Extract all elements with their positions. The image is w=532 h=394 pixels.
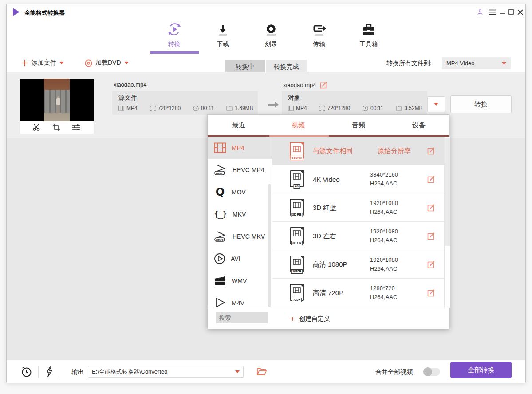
format-item-avi[interactable]: AVI <box>208 248 272 270</box>
preset-name: 高清 720P <box>313 279 343 307</box>
preset-list-scrollbar[interactable] <box>444 137 450 308</box>
format-item-wmv[interactable]: WMV <box>208 270 272 292</box>
source-box-title: 源文件 <box>118 94 258 102</box>
create-custom-button[interactable]: + 创建自定义 <box>290 308 330 329</box>
search-input[interactable] <box>216 312 268 323</box>
format-item-mp4[interactable]: MP4 <box>208 137 272 159</box>
output-path-dropdown[interactable]: E:\全能格式转换器\Converted <box>88 366 244 378</box>
preset-resolution: 1920*1080 <box>370 199 398 208</box>
close-button[interactable] <box>516 8 524 16</box>
format-list-scrollbar[interactable] <box>268 184 271 307</box>
hevc-play-icon: HEVC <box>214 164 227 176</box>
trim-scissors-icon[interactable] <box>33 123 41 131</box>
source-preset-icon: source <box>290 142 304 159</box>
minimize-button[interactable] <box>498 8 506 16</box>
merge-all-toggle[interactable] <box>423 368 440 376</box>
format-label: HEVC MP4 <box>233 166 264 173</box>
preset-list: source 与源文件相同 原始分辨率 4K 4K Video 3840*216… <box>272 137 450 308</box>
popup-tab-video[interactable]: 视频 <box>268 115 328 135</box>
edit-preset-icon[interactable] <box>427 204 435 212</box>
tab-converting[interactable]: 转换中 <box>225 60 265 73</box>
app-window: 全能格式转换器 转换 下载 刻录 <box>6 4 526 382</box>
preset-row-3d-lr[interactable]: 3D LR 3D 左右 1920*1080H264,AAC <box>272 222 444 250</box>
tab-transfer[interactable]: 传输 <box>295 21 343 52</box>
format-label: MOV <box>232 189 246 196</box>
open-folder-icon[interactable] <box>257 368 267 376</box>
tab-toolbox[interactable]: 工具箱 <box>344 21 393 52</box>
format-label: AVI <box>231 255 240 262</box>
preset-badge: source <box>291 156 303 160</box>
preset-badge: 720P <box>292 298 302 302</box>
edit-preset-icon[interactable] <box>427 289 435 297</box>
format-item-m4v[interactable]: M4V <box>208 292 272 308</box>
edit-preset-icon[interactable] <box>427 175 435 183</box>
edit-preset-icon[interactable] <box>427 232 435 240</box>
quicktime-icon: Q <box>214 186 226 198</box>
adjust-sliders-icon[interactable] <box>72 123 81 131</box>
format-label: HEVC MKV <box>233 233 265 240</box>
convert-all-button[interactable]: 全部转换 <box>450 362 512 378</box>
resolution-icon <box>150 106 156 111</box>
edit-preset-icon[interactable] <box>427 260 435 268</box>
add-files-button[interactable]: 添加文件 <box>21 54 64 72</box>
output-format-caret-icon <box>434 103 438 106</box>
crop-icon[interactable] <box>52 123 60 131</box>
format-item-hevc-mp4[interactable]: HEVC HEVC MP4 <box>208 159 272 181</box>
preset-row-source[interactable]: source 与源文件相同 原始分辨率 <box>272 137 444 165</box>
tab-download[interactable]: 下载 <box>198 21 247 52</box>
preset-badge: 4K <box>294 184 300 189</box>
tab-burn[interactable]: 刻录 <box>247 21 296 52</box>
menu-button[interactable] <box>489 8 497 16</box>
preset-resolution: 1280*720 <box>370 284 397 293</box>
preset-icon: 1080P <box>290 256 304 272</box>
popup-tab-audio[interactable]: 音频 <box>328 115 389 135</box>
svg-text:HEVC: HEVC <box>216 239 224 241</box>
svg-text:HEVC: HEVC <box>216 172 224 175</box>
download-icon <box>198 21 247 37</box>
divider <box>59 366 59 378</box>
output-format-dropdown-button[interactable] <box>427 96 445 112</box>
user-icon <box>477 8 484 16</box>
popup-active-tab-underline <box>269 135 329 137</box>
tab-burn-label: 刻录 <box>247 40 296 48</box>
target-size: 3.52MB <box>404 105 422 111</box>
format-item-hevc-mkv[interactable]: HEVC HEVC MKV <box>208 225 272 248</box>
format-item-mkv[interactable]: { } MKV <box>208 203 272 225</box>
edit-preset-icon[interactable] <box>427 147 435 155</box>
account-button[interactable] <box>476 8 484 16</box>
preset-resolution: 1920*1080 <box>370 256 398 264</box>
convert-single-button[interactable]: 转换 <box>450 95 512 113</box>
target-box-title: 对象 <box>288 94 427 102</box>
preset-icon: 3D LR <box>290 227 304 244</box>
video-thumbnail <box>20 79 94 134</box>
svg-text:{ }: { } <box>214 209 227 218</box>
maximize-button[interactable] <box>507 8 515 16</box>
popup-tab-device[interactable]: 设备 <box>389 115 449 135</box>
preset-row-1080p[interactable]: 1080P 高清 1080P 1920*1080H264,AAC <box>272 250 444 279</box>
popup-tab-recent[interactable]: 最近 <box>209 115 269 135</box>
convert-to-dropdown[interactable]: MP4 Video <box>442 57 511 69</box>
preset-row-720p[interactable]: 720P 高清 720P 1280*720H264,AAC <box>272 279 444 307</box>
load-dvd-label: 加载DVD <box>95 59 121 67</box>
format-icon <box>118 106 124 111</box>
schedule-clock-icon[interactable] <box>21 366 32 378</box>
preset-name: 与源文件相同 <box>313 137 353 165</box>
app-logo-icon <box>13 8 20 16</box>
tab-transfer-label: 传输 <box>295 40 343 48</box>
high-speed-icon[interactable] <box>46 366 53 377</box>
load-dvd-button[interactable]: 加载DVD <box>85 54 129 72</box>
preset-codec: H264,AAC <box>370 264 398 273</box>
preset-codec: H264,AAC <box>370 179 398 188</box>
preset-row-3d-rb[interactable]: 3D RB 3D 红蓝 1920*1080H264,AAC <box>272 193 444 222</box>
tab-convert[interactable]: 转换 <box>150 21 199 52</box>
format-item-mov[interactable]: Q MOV <box>208 181 272 203</box>
tab-converted[interactable]: 转换完成 <box>266 60 307 73</box>
close-icon <box>517 9 523 15</box>
target-format: MP4 <box>296 105 307 111</box>
preset-resolution: 3840*2160 <box>370 170 398 179</box>
svg-text:Q: Q <box>216 186 225 198</box>
rename-edit-icon[interactable] <box>320 81 327 89</box>
matroska-icon: { } <box>214 209 227 220</box>
scrollbar-thumb[interactable] <box>445 138 450 246</box>
preset-row-4k[interactable]: 4K 4K Video 3840*2160H264,AAC <box>272 165 444 193</box>
